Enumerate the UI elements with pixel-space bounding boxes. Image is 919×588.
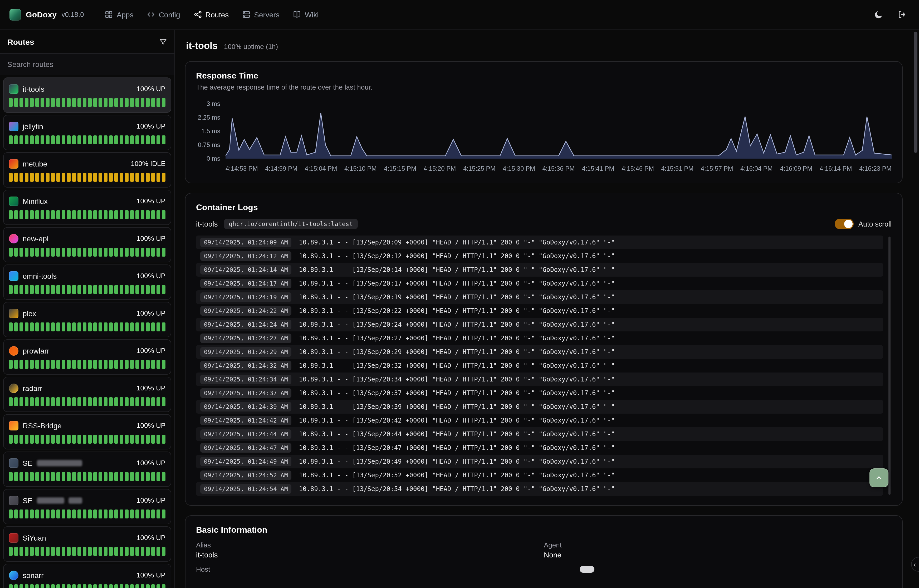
uptime-bars <box>9 173 165 182</box>
sidebar-header: Routes <box>0 30 174 53</box>
uptime-bars <box>9 210 165 219</box>
route-item-miniflux[interactable]: Miniflux100% UP <box>3 190 171 225</box>
agent-field: Agent None <box>544 541 892 559</box>
log-line: 09/14/2025, 01:24:22 AM10.89.3.1 - - [13… <box>196 304 883 318</box>
theme-toggle-button[interactable] <box>871 6 886 23</box>
route-name: omni-tools <box>23 271 57 280</box>
log-line: 09/14/2025, 01:24:12 AM10.89.3.1 - - [13… <box>196 249 883 263</box>
nav-item-wiki[interactable]: Wiki <box>293 10 319 19</box>
route-name: Miniflux <box>23 197 48 205</box>
alias-field: Alias it-tools <box>196 541 544 559</box>
route-item-se[interactable]: SE100% UP <box>3 452 171 487</box>
route-name: metube <box>23 159 47 168</box>
log-text: 10.89.3.1 - - [13/Sep/20:14 +0000] "HEAD… <box>299 266 615 273</box>
route-item-omni-tools[interactable]: omni-tools100% UP <box>3 265 171 300</box>
uptime-bars <box>9 397 165 406</box>
auto-scroll-toggle[interactable] <box>835 219 854 229</box>
log-line: 09/14/2025, 01:24:27 AM10.89.3.1 - - [13… <box>196 331 883 345</box>
sidebar-title: Routes <box>7 37 34 46</box>
basic-information-title: Basic Information <box>196 525 892 535</box>
route-status: 100% UP <box>136 384 165 392</box>
chevron-up-icon <box>875 474 883 482</box>
route-item-plex[interactable]: plex100% UP <box>3 302 171 337</box>
route-item-prowlarr[interactable]: prowlarr100% UP <box>3 339 171 375</box>
x-tick-label: 4:15:10 PM <box>344 165 377 172</box>
log-line: 09/14/2025, 01:24:54 AM10.89.3.1 - - [13… <box>196 482 883 496</box>
x-tick-label: 4:15:41 PM <box>582 165 614 172</box>
log-area: 09/14/2025, 01:24:09 AM10.89.3.1 - - [13… <box>196 236 892 496</box>
container-image-badge: ghcr.io/corentinth/it-tools:latest <box>224 219 357 229</box>
x-tick-label: 4:15:15 PM <box>384 165 416 172</box>
window-scrollbar-thumb[interactable] <box>914 32 917 153</box>
log-timestamp: 09/14/2025, 01:24:27 AM <box>200 333 292 343</box>
log-line: 09/14/2025, 01:24:49 AM10.89.3.1 - - [13… <box>196 455 883 468</box>
route-item-new-api[interactable]: new-api100% UP <box>3 227 171 262</box>
log-scrollbar[interactable] <box>888 237 890 495</box>
grid-icon <box>105 11 113 18</box>
route-name: SE <box>23 496 32 504</box>
nav-item-label: Servers <box>254 10 279 19</box>
jellyfin-icon <box>9 121 18 131</box>
x-tick-label: 4:16:09 PM <box>780 165 812 172</box>
siyuan-icon <box>9 533 18 543</box>
miniflux-icon <box>9 196 18 206</box>
log-text: 10.89.3.1 - - [13/Sep/20:47 +0000] "HEAD… <box>299 444 615 452</box>
x-tick-label: 4:15:46 PM <box>622 165 654 172</box>
route-item-se[interactable]: SE100% UP <box>3 489 171 524</box>
route-name: SiYuan <box>23 533 46 542</box>
route-status: 100% UP <box>136 496 165 504</box>
log-line: 09/14/2025, 01:24:32 AM10.89.3.1 - - [13… <box>196 359 883 373</box>
x-tick-label: 4:15:25 PM <box>463 165 496 172</box>
godoxy-logo <box>10 9 21 20</box>
route-item-siyuan[interactable]: SiYuan100% UP <box>3 527 171 562</box>
x-tick-label: 4:15:51 PM <box>661 165 693 172</box>
nav-item-routes[interactable]: Routes <box>194 10 229 19</box>
log-timestamp: 09/14/2025, 01:24:12 AM <box>200 251 292 261</box>
auto-scroll-label: Auto scroll <box>858 220 892 228</box>
x-tick-label: 4:15:04 PM <box>305 165 337 172</box>
route-item-it-tools[interactable]: it-tools100% UP <box>3 78 171 113</box>
route-item-sonarr[interactable]: sonarr100% UP <box>3 564 171 588</box>
nav-item-label: Config <box>159 10 180 19</box>
chart-y-axis: 3 ms2.25 ms1.5 ms0.75 ms0 ms <box>196 100 226 161</box>
x-tick-label: 4:16:23 PM <box>859 165 892 172</box>
route-status: 100% IDLE <box>131 160 165 168</box>
route-status: 100% UP <box>136 534 165 542</box>
log-timestamp: 09/14/2025, 01:24:17 AM <box>200 279 292 288</box>
route-item-metube[interactable]: metube100% IDLE <box>3 152 171 187</box>
scroll-to-top-button[interactable] <box>869 468 888 487</box>
route-status: 100% UP <box>136 85 165 93</box>
x-tick-label: 4:15:36 PM <box>543 165 575 172</box>
route-status: 100% UP <box>136 309 165 317</box>
log-timestamp: 09/14/2025, 01:24:19 AM <box>200 292 292 302</box>
host-field: Host <box>196 565 544 573</box>
route-item-radarr[interactable]: radarr100% UP <box>3 377 171 412</box>
uptime-bars <box>9 584 165 588</box>
nav-item-servers[interactable]: Servers <box>242 10 279 19</box>
toggle-knob <box>844 220 853 228</box>
route-item-jellyfin[interactable]: jellyfin100% UP <box>3 115 171 150</box>
log-timestamp: 09/14/2025, 01:24:49 AM <box>200 457 292 466</box>
chart-x-axis: 4:14:53 PM4:14:59 PM4:15:04 PM4:15:10 PM… <box>226 165 892 172</box>
log-timestamp: 09/14/2025, 01:24:29 AM <box>200 347 292 357</box>
log-text: 10.89.3.1 - - [13/Sep/20:54 +0000] "HEAD… <box>299 485 615 493</box>
search-input[interactable] <box>0 60 174 68</box>
y-tick-label: 0.75 ms <box>198 141 220 149</box>
route-item-rss-bridge[interactable]: RSS-Bridge100% UP <box>3 414 171 449</box>
basic-information-grid: Alias it-tools Agent None Host <box>196 541 892 573</box>
page-header: it-tools 100% uptime (1h) <box>186 40 903 52</box>
nav-item-config[interactable]: Config <box>147 10 180 19</box>
basic-information-card: Basic Information Alias it-tools Agent N… <box>185 515 903 588</box>
agent-value: None <box>544 551 892 559</box>
y-tick-label: 0 ms <box>207 155 220 162</box>
log-text: 10.89.3.1 - - [13/Sep/20:32 +0000] "HEAD… <box>299 362 615 369</box>
servers-icon <box>242 11 250 18</box>
host-label: Host <box>196 565 544 573</box>
logout-button[interactable] <box>894 6 909 23</box>
nav-item-apps[interactable]: Apps <box>105 10 134 19</box>
log-line: 09/14/2025, 01:24:14 AM10.89.3.1 - - [13… <box>196 263 883 276</box>
code-icon <box>147 11 155 18</box>
log-text: 10.89.3.1 - - [13/Sep/20:39 +0000] "HEAD… <box>299 403 615 410</box>
filter-button[interactable] <box>159 38 167 45</box>
nav-item-label: Routes <box>205 10 229 19</box>
